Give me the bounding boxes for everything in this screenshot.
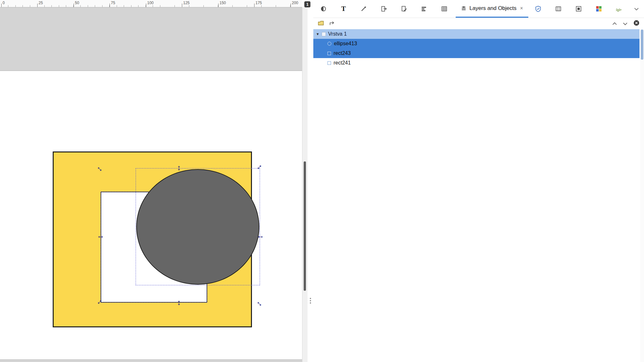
xml-editor-shield-icon[interactable]: [528, 0, 549, 18]
ruler-tick: [146, 4, 146, 7]
layer-icon: [322, 32, 326, 36]
dialogs-panel: T Layers and Objects ×: [313, 0, 644, 362]
canvas-scrollbar-thumb[interactable]: [304, 161, 306, 291]
ruler-number: 150: [219, 1, 226, 5]
horizontal-ruler[interactable]: 0 25 50 75 100 125 150 175 200: [0, 0, 302, 7]
tree-row-layer[interactable]: ▼ Vrstva 1: [313, 29, 640, 39]
table-icon[interactable]: [434, 0, 454, 18]
ruler-tick: [37, 4, 38, 7]
ruler-number: 25: [39, 1, 43, 5]
ruler-number: 175: [255, 1, 262, 5]
rect-icon: [327, 61, 331, 65]
ruler-tick: [74, 4, 74, 7]
expander-triangle-icon[interactable]: ▼: [316, 32, 320, 36]
ruler-number: 0: [3, 1, 5, 5]
ruler-number: 50: [75, 1, 79, 5]
canvas-area[interactable]: ↔ ↔ ↔ ↔ ↔ ↔ ↔ ↔: [0, 7, 302, 362]
rect-icon: [327, 52, 331, 55]
selection-bbox-ellipse: [136, 168, 260, 285]
tree-rows: ▼ Vrstva 1 ellipse413 rect243: [313, 29, 640, 68]
calligraphy-icon[interactable]: [353, 0, 374, 18]
panel-divider[interactable]: [308, 0, 313, 362]
add-layer-icon[interactable]: [318, 21, 324, 27]
document-page[interactable]: ↔ ↔ ↔ ↔ ↔ ↔ ↔ ↔: [0, 71, 302, 360]
ruler-number: 100: [147, 1, 154, 5]
tab-close-icon[interactable]: ×: [519, 5, 523, 11]
panel-scrollbar-thumb[interactable]: [641, 30, 643, 60]
layer-label: Vrstva 1: [328, 31, 347, 37]
close-circle-icon[interactable]: [633, 20, 640, 27]
export-icon[interactable]: [374, 0, 394, 18]
text-icon[interactable]: T: [334, 0, 354, 18]
align-distribute-icon[interactable]: [414, 0, 434, 18]
fill-stroke-icon[interactable]: [313, 0, 334, 18]
ruler-tick: [254, 4, 255, 7]
document-properties-icon[interactable]: [394, 0, 414, 18]
ruler-number: 125: [183, 1, 190, 5]
layers-and-objects-icon: [461, 6, 467, 11]
swatches-icon[interactable]: [548, 0, 568, 18]
ruler-tick: [218, 4, 219, 7]
move-to-layer-icon[interactable]: [329, 21, 335, 27]
ruler-tick: [291, 4, 291, 7]
ellipse-icon: [327, 42, 331, 46]
layers-toolbar: [313, 18, 644, 29]
tree-row-rect243[interactable]: rect243: [313, 48, 640, 58]
more-tabs-chevron-icon[interactable]: [629, 0, 644, 18]
object-label: ellipse413: [334, 41, 357, 47]
tab-layers-and-objects[interactable]: Layers and Objects ×: [456, 0, 528, 18]
ruler-tick: [1, 4, 2, 7]
ruler-tick: [110, 4, 110, 7]
ruler-tick: [182, 4, 182, 7]
divider-grip-icon[interactable]: [310, 298, 311, 299]
raise-chevron-icon[interactable]: [612, 21, 617, 27]
layers-toolbar-right: [612, 20, 640, 27]
panel-vertical-scrollbar[interactable]: [640, 29, 644, 362]
spellcheck-icon[interactable]: [609, 0, 629, 18]
inkscape-window: 0 25 50 75 100 125 150 175 200 1 ↔ ↔ ↔ ↔…: [0, 0, 644, 362]
canvas-vertical-scrollbar[interactable]: [302, 7, 308, 362]
tree-row-rect241[interactable]: rect241: [313, 58, 640, 68]
ruler-number: 75: [111, 1, 115, 5]
lower-chevron-icon[interactable]: [623, 21, 628, 27]
ruler-corner-badge[interactable]: 1: [304, 1, 310, 7]
dialog-tab-bar: T Layers and Objects ×: [313, 0, 644, 18]
symbols-icon[interactable]: [568, 0, 589, 18]
tree-row-ellipse413[interactable]: ellipse413: [313, 39, 640, 48]
palette-icon[interactable]: [589, 0, 609, 18]
tab-label: Layers and Objects: [470, 5, 516, 12]
objects-tree: ▼ Vrstva 1 ellipse413 rect243: [313, 29, 644, 362]
object-label: rect243: [334, 50, 351, 56]
ruler-number: 200: [292, 1, 298, 5]
object-label: rect241: [334, 60, 351, 66]
